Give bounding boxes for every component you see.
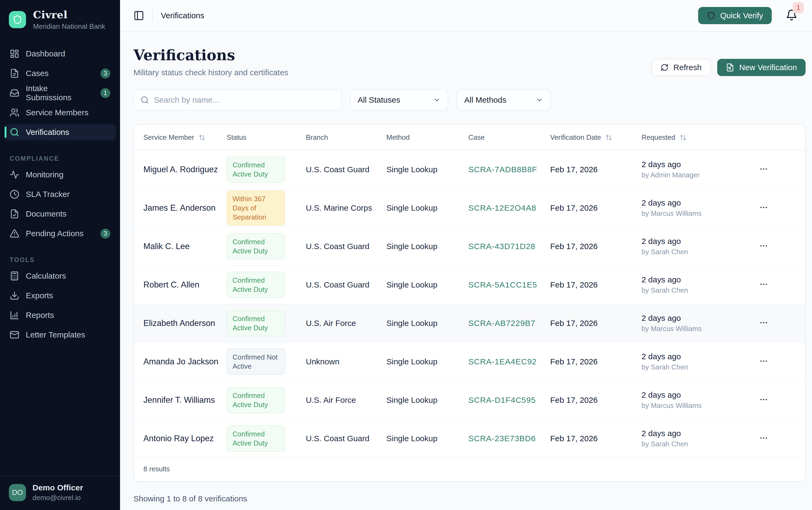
case-link[interactable]: SCRA-D1F4C595 bbox=[468, 396, 550, 405]
case-link[interactable]: SCRA-23E73BD6 bbox=[468, 434, 550, 443]
sidebar-item-calculators[interactable]: Calculators bbox=[4, 268, 116, 284]
verification-date-cell: Feb 17, 2026 bbox=[550, 165, 641, 174]
sidebar-item-exports[interactable]: Exports bbox=[4, 287, 116, 304]
verification-date-cell: Feb 17, 2026 bbox=[550, 280, 641, 289]
sort-icon[interactable] bbox=[605, 134, 612, 141]
sidebar-item-documents[interactable]: Documents bbox=[4, 206, 116, 222]
status-badge: Confirmed Active Duty bbox=[227, 157, 285, 183]
status-badge: Confirmed Active Duty bbox=[227, 233, 285, 260]
sidebar-item-sla-tracker[interactable]: SLA Tracker bbox=[4, 186, 116, 202]
case-link[interactable]: SCRA-1EA4EC92 bbox=[468, 357, 550, 366]
requested-cell: 2 days agoby Sarah Chen bbox=[641, 429, 731, 448]
panel-toggle-icon[interactable] bbox=[133, 10, 144, 21]
breadcrumb: Verifications bbox=[161, 11, 204, 20]
new-verification-button[interactable]: New Verification bbox=[717, 59, 806, 76]
requested-cell: 2 days agoby Marcus Williams bbox=[641, 314, 731, 333]
column-header-verification-date: Verification Date bbox=[550, 133, 641, 142]
branch-cell: U.S. Marine Corps bbox=[306, 203, 386, 213]
status-badge: Confirmed Active Duty bbox=[227, 310, 285, 337]
sidebar-item-intake-submissions[interactable]: Intake Submissions1 bbox=[4, 85, 116, 101]
service-member-cell: Malik C. Lee bbox=[143, 242, 227, 251]
row-actions-button[interactable] bbox=[756, 162, 771, 177]
table-body: Miguel A. RodriguezConfirmed Active Duty… bbox=[134, 150, 805, 458]
service-member-cell: Elizabeth Anderson bbox=[143, 318, 227, 328]
sidebar-item-label: Letter Templates bbox=[26, 330, 85, 339]
case-link[interactable]: SCRA-43D71D28 bbox=[468, 242, 550, 251]
column-header-label: Case bbox=[468, 133, 485, 142]
row-actions-button[interactable] bbox=[756, 354, 771, 369]
page-content: Verifications Military status check hist… bbox=[120, 31, 812, 510]
row-actions-button[interactable] bbox=[756, 315, 771, 331]
sidebar-user[interactable]: DO Demo Officer demo@civrel.io bbox=[0, 476, 120, 510]
method-filter-select[interactable]: All Methods bbox=[457, 89, 551, 110]
row-actions-button[interactable] bbox=[756, 431, 771, 446]
ellipsis-icon bbox=[759, 318, 768, 327]
search-input[interactable] bbox=[154, 95, 335, 105]
ellipsis-icon bbox=[759, 357, 768, 366]
requested-time: 2 days ago bbox=[641, 352, 731, 361]
sidebar-item-cases[interactable]: Cases3 bbox=[4, 65, 116, 81]
sidebar-item-letter-templates[interactable]: Letter Templates bbox=[4, 327, 116, 343]
row-actions-button[interactable] bbox=[756, 392, 771, 408]
case-link[interactable]: SCRA-5A1CC1E5 bbox=[468, 280, 550, 289]
status-badge: Within 367 Days of Separation bbox=[227, 190, 285, 226]
sidebar-item-service-members[interactable]: Service Members bbox=[4, 105, 116, 121]
main-area: Verifications Quick Verify 1 Verificatio… bbox=[120, 0, 812, 510]
sort-icon[interactable] bbox=[199, 134, 205, 141]
column-header-service-member: Service Member bbox=[143, 133, 227, 142]
row-actions-button[interactable] bbox=[756, 200, 771, 216]
column-header-label: Verification Date bbox=[550, 133, 601, 142]
table-row: Amanda Jo JacksonConfirmed Not ActiveUnk… bbox=[134, 343, 805, 381]
table-header-row: Service MemberStatusBranchMethodCaseVeri… bbox=[134, 125, 805, 150]
nav-badge: 3 bbox=[100, 68, 110, 79]
sidebar-item-verifications[interactable]: Verifications bbox=[4, 124, 116, 140]
sidebar-item-label: Dashboard bbox=[26, 49, 65, 58]
status-cell: Confirmed Active Duty bbox=[227, 233, 306, 260]
requested-time: 2 days ago bbox=[641, 198, 731, 207]
sidebar-item-dashboard[interactable]: Dashboard bbox=[4, 46, 116, 62]
refresh-button[interactable]: Refresh bbox=[652, 59, 711, 76]
row-actions-button[interactable] bbox=[756, 277, 771, 293]
users-icon bbox=[10, 108, 19, 117]
method-cell: Single Lookup bbox=[386, 396, 468, 405]
case-link[interactable]: SCRA-12E2O4A8 bbox=[468, 203, 550, 213]
calculator-icon bbox=[10, 271, 19, 281]
case-link[interactable]: SCRA-AB7229B7 bbox=[468, 319, 550, 328]
requested-by: by Marcus Williams bbox=[641, 324, 731, 333]
status-filter-select[interactable]: All Statuses bbox=[350, 89, 448, 110]
status-badge: Confirmed Active Duty bbox=[227, 425, 285, 452]
requested-time: 2 days ago bbox=[641, 275, 731, 284]
column-header-status: Status bbox=[227, 133, 306, 142]
column-header-label: Requested bbox=[641, 133, 675, 142]
sort-icon[interactable] bbox=[680, 134, 687, 141]
sidebar-nav-primary: DashboardCases3Intake Submissions1Servic… bbox=[4, 46, 116, 140]
chevron-down-icon bbox=[433, 96, 441, 104]
requested-by: by Admin Manager bbox=[641, 171, 731, 179]
branch-cell: U.S. Coast Guard bbox=[306, 280, 386, 289]
case-link[interactable]: SCRA-7ADB8B8F bbox=[468, 165, 550, 174]
row-actions-button[interactable] bbox=[756, 238, 771, 254]
avatar: DO bbox=[9, 484, 26, 501]
sidebar-nav: DashboardCases3Intake Submissions1Servic… bbox=[0, 39, 120, 346]
method-cell: Single Lookup bbox=[386, 319, 468, 328]
service-member-cell: James E. Anderson bbox=[143, 203, 227, 213]
status-badge: Confirmed Active Duty bbox=[227, 387, 285, 414]
notifications-button[interactable]: 1 bbox=[786, 9, 798, 22]
quick-verify-button[interactable]: Quick Verify bbox=[698, 7, 772, 24]
filters-bar: All Statuses All Methods bbox=[133, 89, 806, 110]
requested-cell: 2 days agoby Sarah Chen bbox=[641, 275, 731, 294]
refresh-icon bbox=[661, 63, 669, 72]
service-member-cell: Jennifer T. Williams bbox=[143, 395, 227, 405]
requested-cell: 2 days agoby Sarah Chen bbox=[641, 352, 731, 371]
sidebar-item-reports[interactable]: Reports bbox=[4, 307, 116, 323]
column-header-case: Case bbox=[468, 133, 550, 142]
verification-date-cell: Feb 17, 2026 bbox=[550, 357, 641, 366]
service-member-cell: Antonio Ray Lopez bbox=[143, 434, 227, 443]
sidebar: Civrel Meridian National Bank DashboardC… bbox=[0, 0, 120, 510]
status-cell: Confirmed Active Duty bbox=[227, 310, 306, 337]
page-subtitle: Military status check history and certif… bbox=[133, 68, 289, 77]
shield-icon bbox=[12, 15, 22, 24]
sidebar-item-pending-actions[interactable]: Pending Actions3 bbox=[4, 225, 116, 242]
sidebar-item-monitoring[interactable]: Monitoring bbox=[4, 167, 116, 183]
method-cell: Single Lookup bbox=[386, 434, 468, 443]
